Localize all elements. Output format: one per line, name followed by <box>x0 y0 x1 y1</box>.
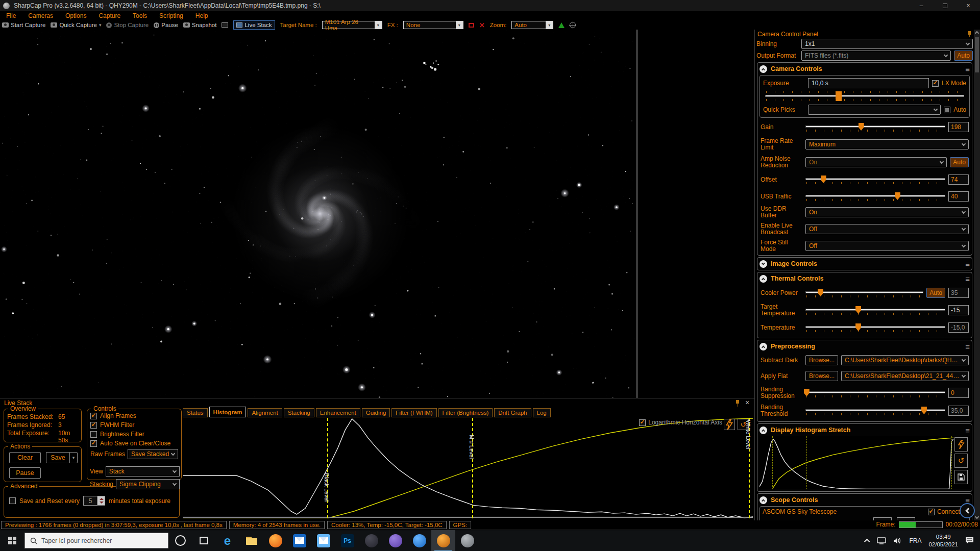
gain-value[interactable]: 198 <box>948 122 969 132</box>
tab-histogram[interactable]: Histogram <box>209 407 247 417</box>
tab-drift-graph[interactable]: Drift Graph <box>494 408 531 417</box>
black-level-line[interactable]: Black Level <box>327 418 328 518</box>
taskbar-app-file-explorer[interactable] <box>239 530 263 551</box>
taskbar-app-blue-app[interactable] <box>407 530 431 551</box>
frame-rate-limit-combo[interactable]: Maximum <box>805 139 969 149</box>
section-menu-icon[interactable]: ≡ <box>965 260 970 268</box>
apply-flat-browse-button[interactable]: Browse... <box>805 371 838 381</box>
stretch-level-line[interactable] <box>951 436 952 489</box>
collapse-icon[interactable] <box>760 65 767 73</box>
taskbar-app-photoshop[interactable]: Ps <box>335 530 359 551</box>
quick-picks-auto-checkbox[interactable] <box>944 107 950 113</box>
taskbar-app-sharpcap[interactable] <box>431 530 455 551</box>
pause-button[interactable]: Pause <box>154 22 178 28</box>
offset-value[interactable]: 74 <box>948 174 969 185</box>
scope-connected-checkbox[interactable]: ✓ <box>928 509 935 515</box>
start-capture-button[interactable]: Start Capture <box>2 22 45 28</box>
cooler-auto-button[interactable]: Auto <box>926 288 945 298</box>
banding-suppression-slider[interactable] <box>805 387 945 398</box>
taskbar-app-outlook[interactable] <box>311 530 335 551</box>
tab-log[interactable]: Log <box>533 408 551 417</box>
taskbar-app-dark-app[interactable] <box>359 530 383 551</box>
panel-scrollbar[interactable] <box>974 30 980 520</box>
menu-options[interactable]: Options <box>65 12 86 19</box>
output-format-auto-button[interactable]: Auto <box>954 51 973 61</box>
apply-flat-combo[interactable]: C:\Users\SharkFleet\Desktop\21_21_44.fit… <box>841 371 969 381</box>
pin-icon[interactable] <box>967 31 972 38</box>
mid-level-line[interactable]: Mid Level <box>472 418 473 518</box>
section-menu-icon[interactable]: ≡ <box>965 342 970 351</box>
subtract-dark-combo[interactable]: C:\Users\SharkFleet\Desktop\darks\QHY290… <box>841 355 969 365</box>
target-temp-value[interactable]: -15 <box>948 305 969 315</box>
section-menu-icon[interactable]: ≡ <box>965 426 970 435</box>
collapse-icon[interactable] <box>760 343 767 350</box>
stop-capture-button[interactable]: Stop Capture <box>106 22 149 28</box>
banding-suppression-value[interactable]: 0 <box>948 388 969 398</box>
raw-frames-combo[interactable]: Save Stacked <box>128 449 178 459</box>
task-view-button[interactable] <box>192 530 215 551</box>
tab-alignment[interactable]: Alignment <box>248 408 282 417</box>
quick-capture-button[interactable]: Quick Capture▾ <box>51 22 101 28</box>
amp-noise-auto-button[interactable]: Auto <box>950 157 969 167</box>
lx-mode-checkbox[interactable]: ✓ <box>932 80 939 87</box>
reset-stretch-button[interactable]: ↺ <box>954 454 968 468</box>
tab-status[interactable]: Status <box>183 408 208 417</box>
stretch-level-line[interactable] <box>772 436 773 489</box>
cooler-power-slider[interactable] <box>805 287 923 298</box>
notification-icon[interactable] <box>965 537 974 544</box>
cortana-button[interactable] <box>168 530 192 551</box>
stretch-level-line[interactable] <box>806 436 807 489</box>
clear-button[interactable]: Clear <box>9 452 41 463</box>
menu-cameras[interactable]: Cameras <box>28 12 53 19</box>
taskbar-app-firefox[interactable] <box>263 530 287 551</box>
image-scrollbar[interactable] <box>636 30 638 398</box>
banding-threshold-slider[interactable] <box>805 405 945 416</box>
exposure-input[interactable]: 10,0 s <box>808 78 929 88</box>
frame-save-button[interactable] <box>222 22 228 28</box>
taskbar-app-edge[interactable]: e <box>215 530 239 551</box>
control-checkbox-brightness-filter[interactable]: Brightness Filter <box>90 431 178 438</box>
view-combo[interactable]: Stack <box>106 466 180 477</box>
usb-traffic-value[interactable]: 40 <box>948 191 969 202</box>
force-still-combo[interactable]: Off <box>805 241 969 251</box>
language-indicator[interactable]: FRA <box>909 537 921 544</box>
binning-combo[interactable]: 1x1 <box>801 39 973 49</box>
save-dropdown[interactable]: ▾ <box>69 452 78 463</box>
tray-chevron-icon[interactable] <box>864 538 870 544</box>
white-level-line[interactable]: White Level <box>749 418 750 518</box>
menu-help[interactable]: Help <box>195 12 208 19</box>
use-ddr-combo[interactable]: On <box>805 207 969 217</box>
start-button[interactable] <box>0 530 24 551</box>
offset-slider[interactable] <box>805 174 945 185</box>
cast-icon[interactable] <box>877 537 886 544</box>
log-axis-checkbox[interactable]: ✓ <box>639 419 646 426</box>
control-checkbox-align-frames[interactable]: ✓Align Frames <box>90 412 178 419</box>
speaker-icon[interactable] <box>893 537 902 544</box>
close-icon[interactable]: × <box>745 398 749 407</box>
exposure-slider[interactable] <box>765 91 964 102</box>
tab-enhancement[interactable]: Enhancement <box>316 408 360 417</box>
minimize-button[interactable]: – <box>910 0 933 11</box>
auto-stretch-button[interactable] <box>724 419 735 430</box>
minutes-stepper[interactable]: 5 <box>83 496 105 506</box>
menu-file[interactable]: File <box>6 12 16 19</box>
menu-capture[interactable]: Capture <box>99 12 120 19</box>
output-format-combo[interactable]: FITS files (*.fits) <box>801 51 951 61</box>
fx-combo[interactable]: None▾ <box>403 21 463 29</box>
panel-collapse-button[interactable] <box>960 503 975 518</box>
target-name-combo[interactable]: M101 Arp 26 Uma▾ <box>322 21 382 29</box>
tab-filter-brightness-[interactable]: Filter (Brightness) <box>438 408 493 417</box>
taskbar-search[interactable]: Taper ici pour rechercher <box>24 533 168 548</box>
control-checkbox-auto-save-on-clear-close[interactable]: ✓Auto Save on Clear/Close <box>90 440 178 447</box>
target-temp-slider[interactable] <box>805 305 945 316</box>
collapse-icon[interactable] <box>760 427 767 434</box>
selection-area-icon[interactable] <box>469 23 474 28</box>
stacking-combo[interactable]: Sigma Clipping <box>116 479 180 489</box>
collapse-icon[interactable] <box>760 275 767 283</box>
snapshot-button[interactable]: Snapshot <box>183 22 217 28</box>
section-menu-icon[interactable]: ≡ <box>965 65 970 73</box>
reticle-icon[interactable] <box>570 22 576 28</box>
save-stretch-button[interactable] <box>954 470 968 484</box>
main-histogram-plot[interactable]: ✓ Logarithmic Horizontal Axis ↺ Black Le… <box>183 418 753 518</box>
tab-stacking[interactable]: Stacking <box>284 408 314 417</box>
